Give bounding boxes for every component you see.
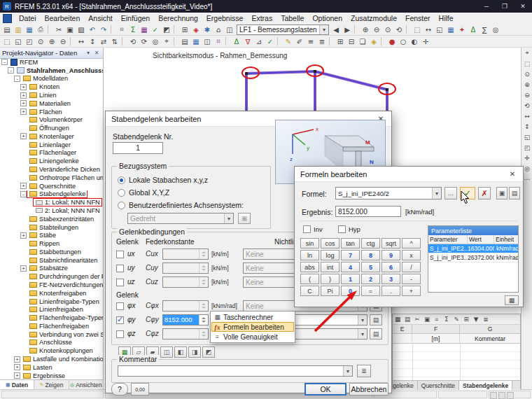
- toolbar-icon[interactable]: ▧: [76, 24, 87, 35]
- calc-key[interactable]: cos: [321, 238, 340, 248]
- comment-edit-button[interactable]: ≣: [357, 365, 371, 377]
- table-column-letter[interactable]: E: [393, 325, 412, 333]
- toolbar-icon[interactable]: ◈: [190, 24, 202, 35]
- context-menu-item[interactable]: ▦ Taschenrechner: [211, 312, 294, 322]
- toolbar-icon[interactable]: ⇅: [109, 36, 120, 47]
- calc-key[interactable]: 2: [361, 274, 380, 284]
- toolbar-icon[interactable]: ✂: [412, 315, 422, 324]
- tree-expander[interactable]: [20, 141, 27, 148]
- toolbar-icon[interactable]: ❏: [357, 36, 368, 47]
- tree-expander[interactable]: +: [14, 356, 20, 363]
- ok-button[interactable]: OK: [304, 383, 346, 396]
- load-case-select[interactable]: LF1 - Bemessungslasten: [237, 24, 329, 35]
- parameter-row[interactable]: S_j_ini_IPE2... 16304.000 kNm/rad: [428, 244, 518, 253]
- window-control-icon[interactable]: ─: [477, 0, 496, 13]
- toolbar-icon[interactable]: ◎: [150, 36, 161, 47]
- toolbar-icon[interactable]: ⊖: [522, 90, 532, 100]
- toolbar-icon[interactable]: [111, 25, 115, 34]
- parameter-column-header[interactable]: Parameter: [428, 235, 468, 244]
- spring-constant-field[interactable]: [162, 300, 209, 312]
- window-control-icon[interactable]: ✕: [514, 0, 532, 13]
- toolbar-icon[interactable]: ⟲: [127, 36, 139, 47]
- tree-expander[interactable]: [20, 174, 27, 181]
- toolbar-icon[interactable]: ↔: [423, 24, 434, 35]
- hinge-dof-checkbox[interactable]: [116, 316, 124, 324]
- tree-expander[interactable]: -: [8, 67, 14, 74]
- hyp-checkbox[interactable]: Hyp: [338, 225, 360, 233]
- tree-expander[interactable]: -: [14, 76, 20, 82]
- parameter-column-header[interactable]: Wert: [468, 235, 494, 244]
- tree-item[interactable]: Flächenfreigaben: [0, 322, 103, 330]
- formula-browse-button[interactable]: …: [444, 187, 457, 200]
- toolbar-icon[interactable]: [122, 37, 126, 46]
- toolbar-icon[interactable]: ◐: [409, 36, 420, 47]
- menu-item[interactable]: Ergebnisse: [202, 13, 248, 24]
- calc-key[interactable]: =: [361, 286, 380, 296]
- context-menu-item[interactable]: fx Formeln bearbeiten: [211, 322, 294, 332]
- toolbar-icon[interactable]: ⊖: [371, 24, 382, 35]
- toolbar-icon[interactable]: [70, 37, 74, 46]
- toolbar-icon[interactable]: [277, 37, 281, 46]
- tree-item[interactable]: Stabnichtlinearitäten: [0, 256, 103, 265]
- calc-key[interactable]: ^: [402, 238, 421, 248]
- toolbar-icon[interactable]: ◈: [368, 36, 379, 47]
- toolbar-icon[interactable]: Δ: [468, 24, 479, 35]
- tree-item[interactable]: Rippen: [0, 239, 103, 248]
- delete-formula-button[interactable]: ✗: [478, 187, 491, 200]
- tree-expander[interactable]: -: [1, 59, 8, 65]
- tree-expander[interactable]: [20, 150, 27, 156]
- toolbar-icon[interactable]: ⟳: [139, 36, 150, 47]
- tree-item[interactable]: FE-Netzverdichtungen: [0, 281, 103, 289]
- toolbar-icon[interactable]: ⊞: [179, 24, 190, 35]
- tree-expander[interactable]: +: [20, 92, 27, 99]
- calc-key[interactable]: 5: [361, 262, 380, 272]
- reference-system-radio[interactable]: Lokale Stabachsen x,y,z: [118, 174, 267, 186]
- tree-expander[interactable]: [20, 248, 27, 255]
- toolbar-icon[interactable]: ▦: [24, 24, 35, 35]
- calc-key[interactable]: 1: [341, 274, 360, 284]
- toolbar-icon[interactable]: ⬚: [1, 36, 13, 47]
- tree-item[interactable]: Durchdringungen der Flächen: [0, 272, 103, 281]
- calc-key[interactable]: sin: [300, 238, 319, 248]
- tree-item[interactable]: Verbindung von zwei Stäben: [0, 330, 103, 339]
- apply-formula-button[interactable]: ✓: [460, 187, 475, 200]
- tree-expander[interactable]: [20, 281, 27, 288]
- tree-item[interactable]: 1: Lokal; NNN NFN: [0, 198, 103, 206]
- tree-item[interactable]: + Materialien: [0, 99, 103, 108]
- toolbar-icon[interactable]: ✓: [150, 24, 161, 35]
- toolbar-icon[interactable]: Δ: [231, 36, 242, 47]
- calc-key[interactable]: ctg: [361, 238, 380, 248]
- table-tab[interactable]: gelenke: [393, 381, 418, 390]
- toolbar-icon[interactable]: ◱: [434, 24, 445, 35]
- calc-key[interactable]: sqrt: [382, 238, 400, 248]
- toolbar-icon[interactable]: ▦: [393, 315, 402, 324]
- tree-item[interactable]: Knotenfreigaben: [0, 289, 103, 298]
- tree-expander[interactable]: [20, 331, 27, 337]
- toolbar-icon[interactable]: ▥: [13, 24, 24, 35]
- menu-item[interactable]: Einfügen: [117, 13, 154, 24]
- navigator-tab[interactable]: ▦ Daten: [0, 380, 34, 389]
- table-tab[interactable]: Querschnitte: [418, 381, 459, 390]
- calc-key[interactable]: ): [321, 274, 340, 284]
- toolbar-icon[interactable]: ◰: [24, 36, 35, 47]
- copy-formula-button[interactable]: ▣: [496, 187, 507, 200]
- help-button[interactable]: ?: [111, 383, 128, 396]
- tree-item[interactable]: Stabteilungen: [0, 223, 103, 232]
- toolbar-icon[interactable]: [354, 25, 358, 34]
- hinge-number-field[interactable]: 1: [113, 142, 163, 154]
- document-icon[interactable]: [3, 14, 12, 23]
- toolbar-icon[interactable]: ◀: [330, 24, 342, 35]
- toolbar-icon[interactable]: ⊟: [346, 36, 357, 47]
- toolbar-icon[interactable]: ✓: [265, 36, 276, 47]
- menu-item[interactable]: Ansicht: [84, 13, 116, 24]
- panel-close-icon[interactable]: ✕: [92, 50, 101, 56]
- menu-item[interactable]: Extras: [247, 13, 276, 24]
- calc-key[interactable]: 3: [382, 274, 400, 284]
- calc-key[interactable]: 8: [361, 250, 380, 260]
- tree-expander[interactable]: +: [20, 265, 27, 272]
- toolbar-icon[interactable]: ◰: [522, 142, 532, 153]
- tree-item[interactable]: - Stabendgelenke: [0, 190, 103, 199]
- toolbar-icon[interactable]: ⌗: [116, 24, 127, 35]
- spring-constant-field[interactable]: 8152.000: [162, 314, 209, 326]
- toolbar-icon[interactable]: ⇄: [98, 36, 109, 47]
